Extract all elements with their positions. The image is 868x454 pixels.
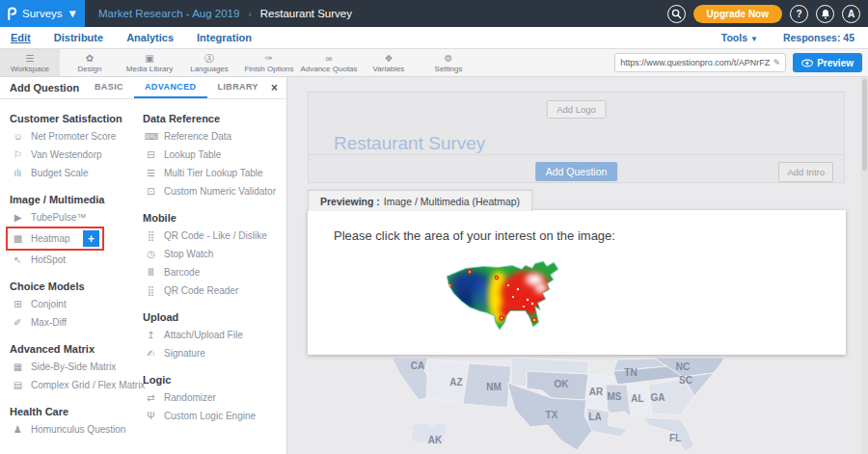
question-type-label: TubePulse™: [31, 212, 86, 223]
question-type-attach-upload-file[interactable]: ↥Attach/Upload File: [133, 326, 286, 344]
question-type-net-promoter-score[interactable]: ☺Net Promoter Score: [0, 127, 133, 146]
state-label-ga: GA: [651, 392, 665, 403]
question-type-budget-scale[interactable]: ılıBudget Scale: [0, 164, 133, 182]
toolbar-item-workspace[interactable]: ☰Workspace: [0, 49, 60, 76]
question-type-label: Homunculus Question: [31, 424, 125, 435]
breadcrumb: Market Research - Aug 2019 › Restaurant …: [98, 8, 352, 19]
workspace-icon: ☰: [26, 53, 35, 64]
question-type-qr-code-like-dislike[interactable]: ⣿QR Code - Like / Dislike: [133, 227, 286, 245]
toolbar-item-media-library[interactable]: ▣Media Library: [120, 49, 179, 76]
question-type-label: Stop Watch: [164, 249, 213, 259]
question-preview-panel: Please click the area of your interest o…: [308, 210, 846, 355]
question-type-reference-data[interactable]: ⌨Reference Data: [133, 127, 286, 146]
upload-icon: ↥: [145, 330, 157, 340]
responses-count[interactable]: Responses: 45: [783, 32, 854, 43]
surveys-product-menu[interactable]: Surveys ▼: [0, 0, 85, 27]
edit-url-icon[interactable]: ✎: [773, 58, 781, 67]
breadcrumb-parent-link[interactable]: Market Research - Aug 2019: [98, 8, 239, 19]
previewing-label: Previewing :: [320, 196, 380, 207]
menu-item-distribute[interactable]: Distribute: [54, 32, 103, 44]
question-type-lookup-table[interactable]: ⊟Lookup Table: [133, 146, 286, 164]
close-panel-icon[interactable]: ×: [269, 81, 286, 94]
question-type-side-by-side-matrix[interactable]: ▦Side-By-Side Matrix: [0, 358, 133, 376]
toolbar-item-settings[interactable]: ⚙Settings: [419, 49, 478, 76]
state-label-la: LA: [588, 412, 601, 422]
question-type-label: QR Code - Like / Dislike: [164, 230, 267, 241]
question-type-label: Custom Numeric Validator: [164, 186, 276, 197]
question-type-qr-code-reader[interactable]: ⣿QR Code Reader: [133, 281, 286, 300]
preview-button[interactable]: Preview: [793, 53, 862, 72]
variables-icon: ❖: [385, 53, 393, 64]
question-type-homunculus-question[interactable]: ♟Homunculus Question: [0, 420, 133, 439]
add-heatmap-question-button[interactable]: +: [83, 230, 99, 247]
state-label-ca: CA: [411, 361, 424, 371]
question-type-label: Custom Logic Engine: [164, 411, 256, 421]
question-type-tubepulse-[interactable]: ▶TubePulse™: [0, 208, 133, 227]
question-type-label: Attach/Upload File: [164, 330, 243, 340]
question-type-conjoint[interactable]: ⊞Conjoint: [0, 295, 133, 313]
question-type-randomizer[interactable]: ⇄Randomizer: [133, 388, 286, 407]
question-type-label: HotSpot: [31, 254, 66, 265]
shuffle-icon: ⇄: [145, 392, 157, 403]
toolbar-item-finish-options[interactable]: ✑Finish Options: [239, 49, 299, 76]
question-type-multi-tier-lookup-table[interactable]: ☰Multi Tier Lookup Table: [133, 164, 286, 182]
nps-icon: ☺: [12, 131, 24, 142]
search-button[interactable]: [667, 5, 686, 23]
state-label-nc: NC: [676, 361, 690, 372]
menu-item-analytics[interactable]: Analytics: [126, 32, 174, 44]
heatmap-icon: ▩: [12, 233, 24, 244]
toolbar-item-advance-quotas[interactable]: ∞Advance Quotas: [299, 49, 359, 76]
question-type-max-diff[interactable]: ✐Max-Diff: [0, 313, 133, 332]
question-type-hotspot[interactable]: ↖HotSpot: [0, 251, 133, 269]
survey-url-input[interactable]: [620, 58, 773, 67]
state-label-nm: NM: [486, 382, 502, 392]
toolbar-item-variables[interactable]: ❖Variables: [359, 49, 419, 76]
panel-tab-basic[interactable]: BASIC: [84, 77, 134, 98]
section-title-mobile: Mobile: [143, 212, 286, 224]
question-type-barcode[interactable]: ⅢBarcode: [133, 263, 286, 281]
toolbar-item-label: Finish Options: [244, 65, 293, 73]
toolbar-item-design[interactable]: ✿Design: [60, 49, 120, 76]
notifications-button[interactable]: [816, 5, 834, 23]
toolbar-item-label: Design: [78, 65, 102, 73]
vertical-scrollbar[interactable]: [861, 77, 868, 454]
settings-icon: ⚙: [445, 53, 453, 64]
tools-menu[interactable]: Tools ▼: [721, 32, 758, 43]
chevron-down-icon: ▼: [750, 35, 758, 43]
survey-title[interactable]: Restaurant Survey: [334, 133, 485, 154]
grid-icon: ▤: [12, 380, 24, 390]
question-type-complex-grid-flex-matrix[interactable]: ▤Complex Grid / Flex Matrix: [0, 376, 133, 394]
scrollbar-thumb[interactable]: [862, 79, 867, 171]
state-label-al: AL: [631, 393, 643, 404]
question-type-signature[interactable]: ✍Signature: [133, 344, 286, 362]
menu-item-integration[interactable]: Integration: [197, 32, 252, 44]
section-title-upload: Upload: [143, 311, 286, 323]
account-avatar[interactable]: A: [842, 5, 860, 23]
panel-tab-advanced[interactable]: ADVANCED: [134, 77, 207, 98]
add-logo-button[interactable]: Add Logo: [546, 100, 607, 119]
add-intro-button[interactable]: Add Intro: [778, 162, 833, 182]
question-type-stop-watch[interactable]: ◷Stop Watch: [133, 245, 286, 263]
question-type-label: Lookup Table: [164, 149, 221, 160]
search-icon: [671, 9, 682, 19]
panel-title: Add Question: [10, 82, 79, 93]
toolbar-item-languages[interactable]: ⒶLanguages: [179, 49, 239, 76]
question-type-van-westendorp[interactable]: ⚐Van Westendorp: [0, 146, 133, 164]
question-type-label: Multi Tier Lookup Table: [164, 168, 263, 178]
signature-icon: ✍: [145, 348, 157, 359]
question-type-label: Randomizer: [164, 392, 216, 403]
question-type-label: Side-By-Side Matrix: [31, 361, 116, 372]
question-type-custom-numeric-validator[interactable]: ⊡Custom Numeric Validator: [133, 182, 286, 200]
help-button[interactable]: ?: [790, 5, 808, 23]
add-question-button[interactable]: Add Question: [535, 162, 618, 181]
question-type-custom-logic-engine[interactable]: ΨCustom Logic Engine: [133, 407, 286, 425]
panel-tab-library[interactable]: LIBRARY: [207, 77, 269, 98]
upgrade-now-button[interactable]: Upgrade Now: [693, 5, 782, 23]
menu-item-edit[interactable]: Edit: [11, 32, 31, 44]
heatmap-usa-image[interactable]: [441, 260, 566, 339]
chevron-down-icon: ▼: [68, 8, 78, 19]
barcode-icon: Ⅲ: [145, 267, 157, 278]
tier-table-icon: ☰: [145, 168, 157, 178]
question-type-heatmap[interactable]: ▩Heatmap+: [6, 227, 104, 251]
breadcrumb-current: Restaurant Survey: [260, 8, 352, 19]
